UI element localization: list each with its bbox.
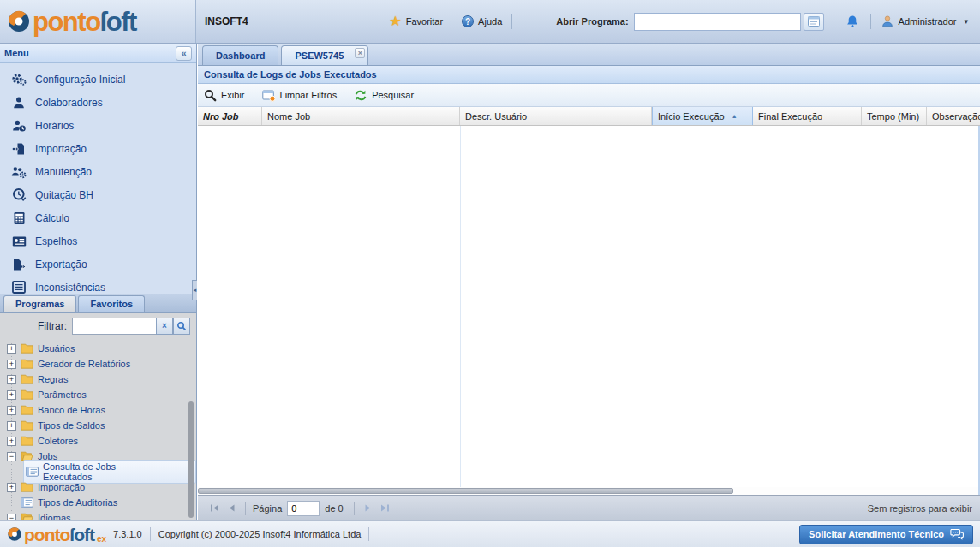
collapse-icon[interactable]: − xyxy=(7,452,16,461)
next-page-button[interactable] xyxy=(360,500,377,517)
toolbar: Exibir Limpar Filtros Pesqu xyxy=(198,84,980,107)
sidebar-tabstrip: Programas Favoritos xyxy=(0,294,196,313)
exibir-button[interactable]: Exibir xyxy=(204,89,245,102)
menu-item-horarios[interactable]: Horários xyxy=(0,114,196,137)
expand-icon[interactable]: + xyxy=(7,421,16,431)
tree-item-tipos-de-saldos[interactable]: + Tipos de Saldos xyxy=(0,418,196,433)
menu-item-calculo[interactable]: Cálculo xyxy=(0,206,196,229)
filter-search-button[interactable] xyxy=(173,318,190,335)
next-page-icon xyxy=(363,503,373,513)
help-button[interactable]: ? Ajuda xyxy=(462,15,502,27)
copyright-label: Copyright (c) 2000-2025 Insoft4 Informát… xyxy=(158,529,362,539)
menu-item-espelhos[interactable]: Espelhos xyxy=(0,229,196,253)
menu-item-colaboradores[interactable]: Colaboradores xyxy=(0,91,196,114)
top-bar: pontoſoft INSOFT4 ★ Favoritar ? Ajuda Ab… xyxy=(0,0,980,44)
menu-item-quitacao-bh[interactable]: Quitação BH xyxy=(0,183,196,206)
tree-item-gerador-de-relatorios[interactable]: + Gerador de Relatórios xyxy=(0,356,196,372)
expand-icon[interactable]: + xyxy=(7,360,16,369)
main-area: Dashboard PSEW5745 × Consulta de Logs de… xyxy=(198,44,980,520)
version-label: 7.3.1.0 xyxy=(113,529,142,539)
expand-icon[interactable]: + xyxy=(7,437,16,446)
pesquisar-button[interactable]: Pesquisar xyxy=(354,89,414,102)
tree-item-coletores[interactable]: + Coletores xyxy=(0,433,196,449)
tree-item-banco-de-horas[interactable]: + Banco de Horas xyxy=(0,402,196,418)
person-clock-icon xyxy=(10,119,27,133)
column-header-tempo-min[interactable]: Tempo (Min) xyxy=(862,107,927,126)
collapse-icon[interactable]: − xyxy=(7,514,16,521)
filter-input[interactable] xyxy=(72,318,156,335)
tab-dashboard[interactable]: Dashboard xyxy=(202,45,278,65)
page-number-input[interactable] xyxy=(287,501,320,516)
first-page-icon xyxy=(210,503,219,513)
expand-icon[interactable]: + xyxy=(7,406,16,415)
first-page-button[interactable] xyxy=(206,500,223,517)
panel-header: Consulta de Logs de Jobs Executados xyxy=(198,66,980,84)
open-program-lookup-button[interactable] xyxy=(804,13,824,31)
horizontal-scrollbar[interactable] xyxy=(198,487,980,495)
menu-title: Menu xyxy=(4,48,29,58)
menu-item-importacao[interactable]: Importação xyxy=(0,137,196,160)
folder-icon xyxy=(21,420,33,431)
magnifier-icon xyxy=(204,89,217,102)
page-of-label: de 0 xyxy=(325,503,343,514)
tree-item-usuarios[interactable]: + Usuários xyxy=(0,341,196,356)
column-header-final-execucao[interactable]: Final Execução xyxy=(753,107,862,126)
column-header-descr-usuario[interactable]: Descr. Usuário xyxy=(460,107,652,126)
column-header-observacao[interactable]: Observação xyxy=(927,107,980,126)
import-icon xyxy=(10,142,27,156)
tab-psew5745[interactable]: PSEW5745 × xyxy=(281,45,368,65)
expand-icon[interactable]: + xyxy=(7,344,16,354)
tab-favoritos[interactable]: Favoritos xyxy=(78,295,145,312)
tree-item-regras[interactable]: + Regras xyxy=(0,372,196,387)
program-tree-panel: Filtrar: × + Usuários xyxy=(0,313,196,520)
user-menu[interactable]: Administrador ▾ xyxy=(881,15,968,28)
menu-item-exportacao[interactable]: Exportação xyxy=(0,253,196,276)
favorite-button[interactable]: ★ Favoritar xyxy=(389,15,443,28)
paging-toolbar: Página de 0 Sem registros para exibir xyxy=(198,495,980,520)
tree-scrollbar[interactable] xyxy=(188,401,194,518)
tree-item-importacao[interactable]: + Importação xyxy=(0,479,196,495)
sort-asc-icon: ▲ xyxy=(732,113,738,119)
expand-icon[interactable]: + xyxy=(7,390,16,400)
prev-page-button[interactable] xyxy=(223,500,240,517)
footer-logo-text: pontoſoft xyxy=(24,526,94,544)
folder-icon xyxy=(21,482,33,492)
export-icon xyxy=(10,258,27,271)
tree-item-idiomas[interactable]: − Idiomas xyxy=(0,510,196,520)
expand-icon[interactable]: + xyxy=(7,375,16,384)
splitter-collapse-handle[interactable]: ◄ xyxy=(192,280,197,300)
open-program-input[interactable] xyxy=(634,13,801,31)
request-support-button[interactable]: Solicitar Atendimento Técnico xyxy=(799,525,973,544)
scrollbar-thumb[interactable] xyxy=(198,488,733,494)
close-tab-icon[interactable]: × xyxy=(355,48,365,58)
chat-bubbles-icon xyxy=(950,528,964,540)
tree-item-tipos-de-auditorias[interactable]: Tipos de Auditorias xyxy=(0,495,196,510)
column-header-inicio-execucao[interactable]: Início Execução▲ xyxy=(652,107,753,126)
filter-row: Filtrar: × xyxy=(0,313,196,338)
menu-item-configuracao-inicial[interactable]: Configuração Inicial xyxy=(0,68,196,91)
limpar-filtros-button[interactable]: Limpar Filtros xyxy=(262,89,338,102)
separator xyxy=(870,14,871,29)
column-header-nome-job[interactable]: Nome Job xyxy=(262,107,460,126)
gears-icon xyxy=(10,72,27,86)
separator xyxy=(245,502,246,515)
column-header-nro-job[interactable]: Nro Job xyxy=(198,107,262,126)
collapse-sidebar-button[interactable]: « xyxy=(176,46,192,61)
logo-text: pontoſoft xyxy=(33,9,136,35)
tree-item-consulta-de-jobs-executados[interactable]: Consulta de Jobs Executados xyxy=(0,464,196,479)
footer-logo-sub: ex xyxy=(97,534,106,544)
filter-clear-button[interactable]: × xyxy=(156,318,173,335)
tree-item-parametros[interactable]: + Parâmetros xyxy=(0,387,196,402)
notifications-button[interactable] xyxy=(844,13,861,30)
tab-programas[interactable]: Programas xyxy=(3,295,76,312)
star-icon: ★ xyxy=(389,15,401,28)
separator xyxy=(354,502,355,515)
separator xyxy=(368,527,369,541)
menu-item-manutencao[interactable]: Manutenção xyxy=(0,160,196,183)
grid-header: Nro Job Nome Job Descr. Usuário Início E… xyxy=(198,107,980,126)
last-page-button[interactable] xyxy=(377,500,394,517)
clock-icon xyxy=(10,187,27,202)
expand-icon[interactable]: + xyxy=(7,483,16,492)
separator xyxy=(150,527,151,541)
folder-icon xyxy=(21,359,33,369)
